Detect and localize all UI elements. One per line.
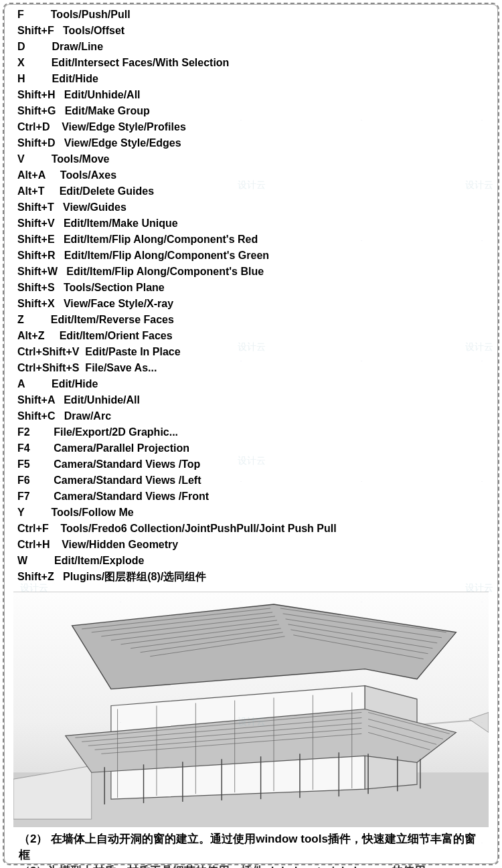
shortcut-row: Ctrl+H View/Hidden Geometry [17,537,485,553]
shortcut-row: Shift+F Tools/Offset [17,23,485,39]
shortcut-row: Shift+A Edit/Unhide/All [17,392,485,408]
shortcut-row: F2 File/Export/2D Graphic... [17,424,485,440]
shortcut-row: F7 Camera/Standard Views /Front [17,489,485,505]
shortcut-row: H Edit/Hide [17,71,485,87]
shortcut-list: F Tools/Push/PullShift+F Tools/OffsetD D… [7,7,495,589]
shortcut-row: F6 Camera/Standard Views /Left [17,472,485,489]
shortcut-row: F Tools/Push/Pull [17,7,485,23]
shortcut-row: Y Tools/Follow Me [17,505,485,521]
shortcut-row: Ctrl+F Tools/Fredo6 Collection/JointPush… [17,521,485,537]
shortcut-row: Shift+R Edit/Item/Flip Along/Component's… [17,248,485,264]
shortcut-row: Shift+X View/Face Style/X-ray [17,296,485,312]
shortcut-row: Shift+C Draw/Arc [17,408,485,424]
shortcut-row: V Tools/Move [17,151,485,167]
shortcut-row: Alt+A Tools/Axes [17,167,485,183]
shortcut-row: Shift+G Edit/Make Group [17,103,485,119]
shortcut-row: A Edit/Hide [17,376,485,392]
shortcut-row: X Edit/Intersect Faces/With Selection [17,55,485,71]
shortcut-row: Ctrl+D View/Edge Style/Profiles [17,119,485,135]
shortcut-row: Shift+H Edit/Unhide/All [17,87,485,103]
shortcut-row: Ctrl+Shift+V Edit/Paste In Place [17,344,485,360]
shortcut-row: Alt+T Edit/Delete Guides [17,183,485,199]
shortcut-row: Shift+V Edit/Item/Make Unique [17,215,485,232]
shortcut-row: D Draw/Line [17,39,485,55]
shortcut-row: F4 Camera/Parallel Projection [17,440,485,456]
svg-marker-3 [469,712,489,732]
shortcut-row: W Edit/Item/Explode [17,553,485,569]
building-render [13,592,489,827]
shortcut-row: Shift+S Tools/Section Plane [17,280,485,296]
shortcut-row: Shift+T View/Guides [17,199,485,215]
caption-3-partial: （3）为模型上材质，材质工具细节的使用，插件global material ch… [7,863,495,868]
shortcut-row: F5 Camera/Standard Views /Top [17,456,485,472]
shortcut-row: Shift+E Edit/Item/Flip Along/Component's… [17,232,485,248]
svg-marker-6 [72,604,456,689]
shortcut-row: Alt+Z Edit/Item/Orient Faces [17,328,485,344]
shortcut-row: Ctrl+Shift+S File/Save As... [17,360,485,376]
caption-2: （2） 在墙体上自动开洞的窗的建立。通过使用window tools插件，快速建… [7,829,495,863]
shortcut-row: Z Edit/Item/Reverse Faces [17,312,485,328]
shortcut-row: Shift+D View/Edge Style/Edges [17,135,485,151]
shortcut-row: Shift+W Edit/Item/Flip Along/Component's… [17,264,485,280]
shortcut-row: Shift+Z Plugins/图层群组(8)/选同组件 [17,569,485,585]
